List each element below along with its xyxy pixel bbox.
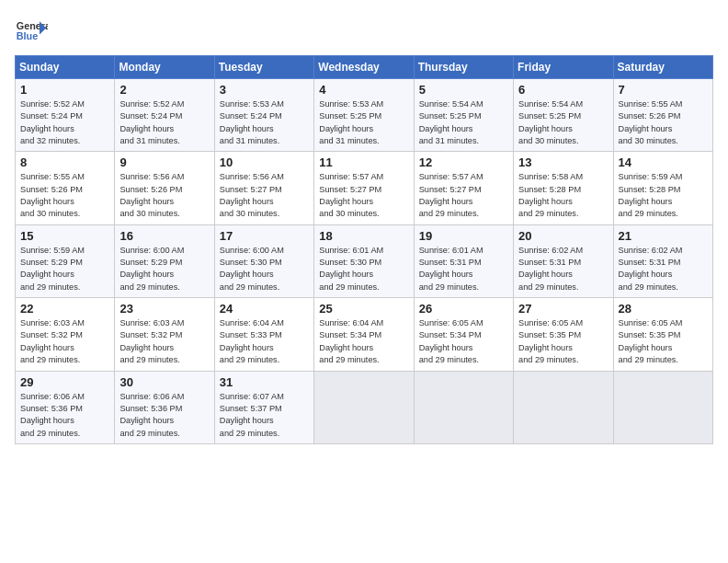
day-number: 22 <box>20 302 109 316</box>
day-number: 4 <box>319 83 408 97</box>
day-detail: Sunrise: 6:00 AMSunset: 5:30 PMDaylight … <box>220 245 309 293</box>
day-detail: Sunrise: 5:53 AMSunset: 5:24 PMDaylight … <box>220 98 309 147</box>
day-number: 8 <box>20 155 109 169</box>
day-number: 15 <box>20 229 109 243</box>
day-detail: Sunrise: 5:55 AMSunset: 5:26 PMDaylight … <box>20 171 109 220</box>
day-detail: Sunrise: 5:56 AMSunset: 5:27 PMDaylight … <box>220 171 309 220</box>
calendar-cell: 11 Sunrise: 5:57 AMSunset: 5:27 PMDaylig… <box>314 152 414 224</box>
day-detail: Sunrise: 6:06 AMSunset: 5:36 PMDaylight … <box>119 391 209 440</box>
calendar-cell: 2 Sunrise: 5:52 AMSunset: 5:24 PMDayligh… <box>115 79 214 152</box>
day-number: 10 <box>220 155 309 169</box>
day-number: 5 <box>419 83 508 97</box>
logo: General Blue <box>15 15 48 48</box>
day-detail: Sunrise: 6:04 AMSunset: 5:33 PMDaylight … <box>220 317 309 366</box>
day-detail: Sunrise: 5:55 AMSunset: 5:26 PMDaylight … <box>619 98 708 147</box>
calendar-cell: 22 Sunrise: 6:03 AMSunset: 5:32 PMDaylig… <box>16 298 115 371</box>
calendar-cell: 4 Sunrise: 5:53 AMSunset: 5:25 PMDayligh… <box>314 79 414 152</box>
calendar-cell <box>414 371 513 443</box>
calendar-cell: 27 Sunrise: 6:05 AMSunset: 5:35 PMDaylig… <box>514 298 613 371</box>
calendar-cell: 20 Sunrise: 6:02 AMSunset: 5:31 PMDaylig… <box>514 224 613 297</box>
day-number: 1 <box>20 83 109 97</box>
day-number: 31 <box>220 375 309 389</box>
day-detail: Sunrise: 5:56 AMSunset: 5:26 PMDaylight … <box>119 171 209 220</box>
day-detail: Sunrise: 6:01 AMSunset: 5:30 PMDaylight … <box>319 245 408 293</box>
calendar-cell: 5 Sunrise: 5:54 AMSunset: 5:25 PMDayligh… <box>414 79 513 152</box>
day-number: 29 <box>20 375 109 389</box>
day-number: 9 <box>119 155 209 169</box>
calendar-cell: 31 Sunrise: 6:07 AMSunset: 5:37 PMDaylig… <box>214 371 313 443</box>
day-detail: Sunrise: 6:02 AMSunset: 5:31 PMDaylight … <box>619 245 708 293</box>
calendar-cell: 26 Sunrise: 6:05 AMSunset: 5:34 PMDaylig… <box>414 298 513 371</box>
day-number: 2 <box>119 83 209 97</box>
col-header-monday: Monday <box>115 56 214 79</box>
day-number: 30 <box>119 375 209 389</box>
calendar-cell: 9 Sunrise: 5:56 AMSunset: 5:26 PMDayligh… <box>115 152 214 224</box>
calendar-cell: 29 Sunrise: 6:06 AMSunset: 5:36 PMDaylig… <box>16 371 115 443</box>
day-detail: Sunrise: 5:52 AMSunset: 5:24 PMDaylight … <box>119 98 209 147</box>
day-detail: Sunrise: 5:58 AMSunset: 5:28 PMDaylight … <box>518 171 608 220</box>
day-detail: Sunrise: 5:57 AMSunset: 5:27 PMDaylight … <box>319 171 408 220</box>
day-detail: Sunrise: 5:59 AMSunset: 5:29 PMDaylight … <box>20 245 109 293</box>
col-header-tuesday: Tuesday <box>214 56 313 79</box>
day-number: 11 <box>319 155 408 169</box>
day-number: 21 <box>619 229 708 243</box>
day-detail: Sunrise: 6:05 AMSunset: 5:35 PMDaylight … <box>518 317 608 366</box>
col-header-sunday: Sunday <box>16 56 115 79</box>
logo-icon: General Blue <box>15 15 48 48</box>
day-number: 3 <box>220 83 309 97</box>
calendar-cell: 8 Sunrise: 5:55 AMSunset: 5:26 PMDayligh… <box>16 152 115 224</box>
day-detail: Sunrise: 5:59 AMSunset: 5:28 PMDaylight … <box>619 171 708 220</box>
day-number: 19 <box>419 229 508 243</box>
col-header-thursday: Thursday <box>414 56 513 79</box>
day-number: 6 <box>518 83 608 97</box>
calendar-table: SundayMondayTuesdayWednesdayThursdayFrid… <box>15 55 713 444</box>
day-detail: Sunrise: 5:53 AMSunset: 5:25 PMDaylight … <box>319 98 408 147</box>
col-header-wednesday: Wednesday <box>314 56 414 79</box>
day-detail: Sunrise: 5:57 AMSunset: 5:27 PMDaylight … <box>419 171 508 220</box>
day-detail: Sunrise: 6:03 AMSunset: 5:32 PMDaylight … <box>20 317 109 366</box>
day-number: 20 <box>518 229 608 243</box>
calendar-cell: 21 Sunrise: 6:02 AMSunset: 5:31 PMDaylig… <box>613 224 712 297</box>
calendar-cell: 17 Sunrise: 6:00 AMSunset: 5:30 PMDaylig… <box>214 224 313 297</box>
calendar-cell: 16 Sunrise: 6:00 AMSunset: 5:29 PMDaylig… <box>115 224 214 297</box>
calendar-cell: 19 Sunrise: 6:01 AMSunset: 5:31 PMDaylig… <box>414 224 513 297</box>
day-number: 23 <box>119 302 209 316</box>
day-number: 27 <box>518 302 608 316</box>
calendar-cell: 7 Sunrise: 5:55 AMSunset: 5:26 PMDayligh… <box>613 79 712 152</box>
calendar-cell: 30 Sunrise: 6:06 AMSunset: 5:36 PMDaylig… <box>115 371 214 443</box>
calendar-cell <box>514 371 613 443</box>
day-number: 12 <box>419 155 508 169</box>
day-detail: Sunrise: 5:54 AMSunset: 5:25 PMDaylight … <box>518 98 608 147</box>
day-number: 16 <box>119 229 209 243</box>
day-number: 25 <box>319 302 408 316</box>
day-detail: Sunrise: 6:05 AMSunset: 5:35 PMDaylight … <box>619 317 708 366</box>
day-number: 28 <box>619 302 708 316</box>
day-detail: Sunrise: 6:03 AMSunset: 5:32 PMDaylight … <box>119 317 209 366</box>
calendar-cell: 25 Sunrise: 6:04 AMSunset: 5:34 PMDaylig… <box>314 298 414 371</box>
calendar-cell: 18 Sunrise: 6:01 AMSunset: 5:30 PMDaylig… <box>314 224 414 297</box>
calendar-cell: 15 Sunrise: 5:59 AMSunset: 5:29 PMDaylig… <box>16 224 115 297</box>
day-number: 14 <box>619 155 708 169</box>
svg-text:Blue: Blue <box>17 30 38 41</box>
day-number: 18 <box>319 229 408 243</box>
calendar-cell: 23 Sunrise: 6:03 AMSunset: 5:32 PMDaylig… <box>115 298 214 371</box>
day-detail: Sunrise: 6:01 AMSunset: 5:31 PMDaylight … <box>419 245 508 293</box>
col-header-friday: Friday <box>514 56 613 79</box>
day-detail: Sunrise: 6:02 AMSunset: 5:31 PMDaylight … <box>518 245 608 293</box>
calendar-cell: 14 Sunrise: 5:59 AMSunset: 5:28 PMDaylig… <box>613 152 712 224</box>
day-detail: Sunrise: 5:54 AMSunset: 5:25 PMDaylight … <box>419 98 508 147</box>
day-detail: Sunrise: 6:00 AMSunset: 5:29 PMDaylight … <box>119 245 209 293</box>
calendar-cell <box>314 371 414 443</box>
day-number: 17 <box>220 229 309 243</box>
day-number: 24 <box>220 302 309 316</box>
calendar-cell: 28 Sunrise: 6:05 AMSunset: 5:35 PMDaylig… <box>613 298 712 371</box>
calendar-cell <box>613 371 712 443</box>
page-header: General Blue <box>15 15 713 48</box>
calendar-cell: 12 Sunrise: 5:57 AMSunset: 5:27 PMDaylig… <box>414 152 513 224</box>
day-detail: Sunrise: 6:04 AMSunset: 5:34 PMDaylight … <box>319 317 408 366</box>
day-detail: Sunrise: 6:05 AMSunset: 5:34 PMDaylight … <box>419 317 508 366</box>
calendar-cell: 24 Sunrise: 6:04 AMSunset: 5:33 PMDaylig… <box>214 298 313 371</box>
calendar-cell: 3 Sunrise: 5:53 AMSunset: 5:24 PMDayligh… <box>214 79 313 152</box>
day-detail: Sunrise: 5:52 AMSunset: 5:24 PMDaylight … <box>20 98 109 147</box>
calendar-cell: 13 Sunrise: 5:58 AMSunset: 5:28 PMDaylig… <box>514 152 613 224</box>
